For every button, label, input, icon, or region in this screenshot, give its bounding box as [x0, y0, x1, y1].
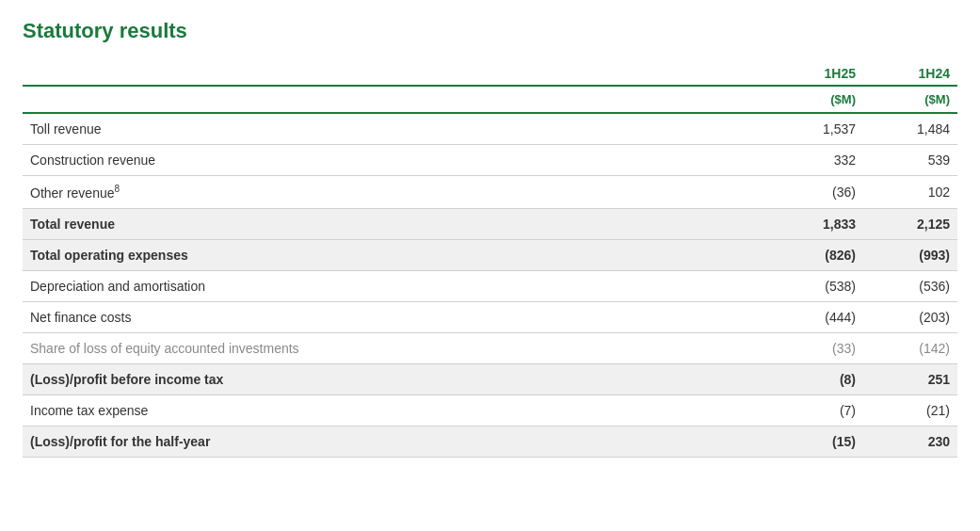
page-title: Statutory results: [23, 19, 957, 43]
row-val1-net-finance-costs: (444): [769, 301, 863, 332]
table-row: Income tax expense(7)(21): [23, 394, 957, 426]
row-val1-other-revenue: (36): [769, 176, 863, 209]
row-val1-toll-revenue: 1,537: [769, 113, 863, 145]
row-val2-toll-revenue: 1,484: [863, 113, 957, 145]
row-label-depreciation: Depreciation and amortisation: [23, 270, 769, 301]
row-label-income-tax-expense: Income tax expense: [23, 394, 769, 426]
row-val2-net-finance-costs: (203): [863, 301, 957, 332]
label-header: [23, 60, 769, 86]
row-label-total-revenue: Total revenue: [23, 208, 769, 239]
label-subheader: [23, 86, 769, 113]
row-label-construction-revenue: Construction revenue: [23, 145, 769, 176]
row-val2-profit-half-year: 230: [863, 426, 957, 457]
row-label-toll-revenue: Toll revenue: [23, 113, 769, 145]
row-val1-total-operating-expenses: (826): [769, 239, 863, 270]
table-row: Depreciation and amortisation(538)(536): [23, 270, 957, 301]
row-val1-profit-before-tax: (8): [769, 363, 863, 394]
row-val2-share-of-loss: (142): [863, 332, 957, 363]
table-row: Net finance costs(444)(203): [23, 301, 957, 332]
row-label-profit-half-year: (Loss)/profit for the half-year: [23, 426, 769, 457]
row-val1-construction-revenue: 332: [769, 145, 863, 176]
row-label-other-revenue: Other revenue8: [23, 176, 769, 209]
row-val2-profit-before-tax: 251: [863, 363, 957, 394]
period2-header: 1H24: [863, 60, 957, 86]
row-val2-depreciation: (536): [863, 270, 957, 301]
table-row: Total operating expenses(826)(993): [23, 239, 957, 270]
row-val2-total-revenue: 2,125: [863, 208, 957, 239]
table-row: Other revenue8(36)102: [23, 176, 957, 209]
row-label-share-of-loss: Share of loss of equity accounted invest…: [23, 332, 769, 363]
table-row: (Loss)/profit before income tax(8)251: [23, 363, 957, 394]
row-val2-construction-revenue: 539: [863, 145, 957, 176]
row-val2-total-operating-expenses: (993): [863, 239, 957, 270]
row-val1-profit-half-year: (15): [769, 426, 863, 457]
row-label-total-operating-expenses: Total operating expenses: [23, 239, 769, 270]
row-val2-income-tax-expense: (21): [863, 394, 957, 426]
row-label-profit-before-tax: (Loss)/profit before income tax: [23, 363, 769, 394]
row-label-net-finance-costs: Net finance costs: [23, 301, 769, 332]
table-row: Construction revenue332539: [23, 145, 957, 176]
row-val2-other-revenue: 102: [863, 176, 957, 209]
period2-unit: ($M): [863, 86, 957, 113]
row-val1-depreciation: (538): [769, 270, 863, 301]
row-val1-share-of-loss: (33): [769, 332, 863, 363]
table-row: Total revenue1,8332,125: [23, 208, 957, 239]
table-row: Toll revenue1,5371,484: [23, 113, 957, 145]
period1-unit: ($M): [769, 86, 863, 113]
row-val1-total-revenue: 1,833: [769, 208, 863, 239]
period1-header: 1H25: [769, 60, 863, 86]
table-row: Share of loss of equity accounted invest…: [23, 332, 957, 363]
statutory-results-table: 1H25 1H24 ($M) ($M) Toll revenue1,5371,4…: [23, 60, 957, 458]
table-row: (Loss)/profit for the half-year(15)230: [23, 426, 957, 457]
row-val1-income-tax-expense: (7): [769, 394, 863, 426]
